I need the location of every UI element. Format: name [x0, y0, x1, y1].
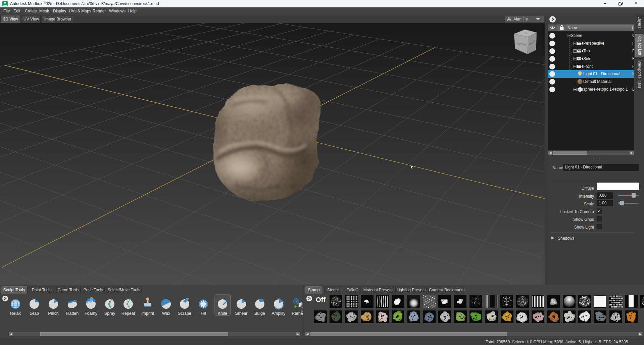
svg-text:Name: Name [567, 26, 578, 30]
svg-text:Relax: Relax [10, 311, 21, 316]
svg-text:Flatten: Flatten [66, 311, 79, 316]
svg-text:Bulge: Bulge [254, 311, 265, 316]
svg-text:Imprint: Imprint [141, 311, 154, 316]
svg-text:I: I [632, 26, 633, 30]
svg-text:M: M [4, 1, 6, 5]
svg-text:Fill: Fill [201, 311, 206, 316]
svg-text:Knife: Knife [218, 311, 228, 316]
svg-text:Smear: Smear [235, 311, 248, 316]
svg-text:Scrape: Scrape [178, 311, 191, 316]
svg-text:Foamy: Foamy [85, 311, 98, 316]
svg-text:Spray: Spray [104, 311, 115, 316]
svg-text:Amplify: Amplify [272, 311, 286, 316]
svg-text:Wax: Wax [162, 311, 170, 316]
svg-text:Grab: Grab [30, 311, 39, 316]
svg-text:Repeat: Repeat [121, 311, 135, 316]
svg-text:Pinch: Pinch [48, 311, 58, 316]
